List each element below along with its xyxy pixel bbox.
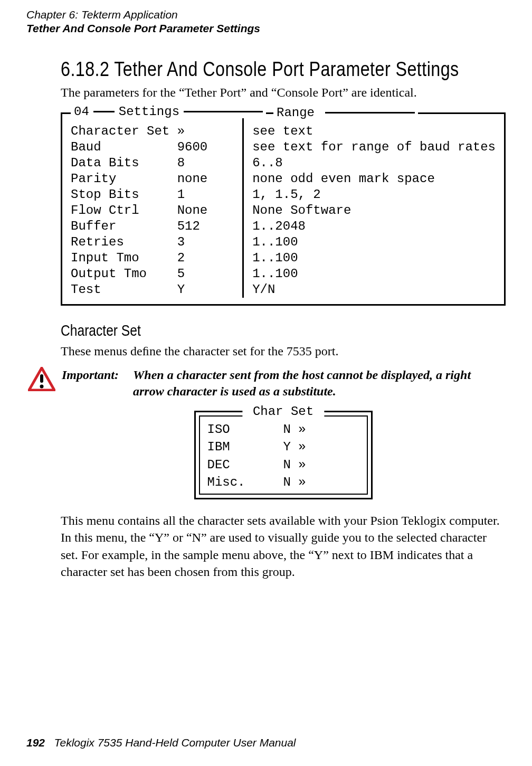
closing-paragraph: This menu contains all the character set… bbox=[61, 512, 506, 581]
page: Chapter 6: Tekterm Application Tether An… bbox=[0, 0, 532, 766]
settings-frame: 04 Settings Range Character Set » Baud 9… bbox=[61, 112, 506, 306]
warning-icon bbox=[28, 367, 55, 391]
footer-text: Teklogix 7535 Hand-Held Computer User Ma… bbox=[54, 736, 296, 749]
header-chapter: Chapter 6: Tekterm Application bbox=[26, 8, 506, 22]
decorative-bar bbox=[325, 112, 415, 114]
charset-heading: Character Set bbox=[61, 321, 425, 339]
page-number: 192 bbox=[26, 736, 45, 749]
svg-point-1 bbox=[40, 385, 44, 389]
content-area: 6.18.2 Tether And Console Port Parameter… bbox=[61, 58, 506, 581]
range-label-text: Range bbox=[277, 106, 315, 120]
settings-columns: Character Set » Baud 9600 Data Bits 8 Pa… bbox=[62, 124, 504, 298]
important-label: Important: bbox=[62, 367, 133, 383]
section-intro: The parameters for the “Tether Port” and… bbox=[61, 84, 506, 101]
svg-rect-0 bbox=[40, 374, 43, 383]
decorative-bar bbox=[184, 111, 263, 112]
header-section: Tether And Console Port Parameter Settin… bbox=[26, 22, 506, 35]
settings-frame-left-label: 04 Settings bbox=[71, 106, 266, 118]
important-text: Important:When a character sent from the… bbox=[62, 367, 492, 400]
section-heading: 6.18.2 Tether And Console Port Parameter… bbox=[61, 58, 439, 81]
charset-frame: Char Set ISO N » IBM Y » DEC N » Misc. N… bbox=[194, 411, 373, 499]
charset-frame-label: Char Set bbox=[242, 404, 324, 419]
charset-rows: ISO N » IBM Y » DEC N » Misc. N » bbox=[204, 420, 363, 493]
settings-frame-range-label: Range bbox=[273, 106, 418, 120]
important-message: When a character sent from the host cann… bbox=[133, 367, 492, 400]
charset-intro: These menus deﬁne the character set for … bbox=[61, 343, 506, 360]
decorative-bar bbox=[93, 111, 115, 112]
page-footer: 192 Teklogix 7535 Hand-Held Computer Use… bbox=[26, 736, 296, 749]
settings-frame-prefix: 04 bbox=[74, 106, 89, 118]
page-header: Chapter 6: Tekterm Application Tether An… bbox=[26, 0, 506, 36]
settings-right-col: see text see text for range of baud rate… bbox=[244, 124, 504, 298]
settings-left-col: Character Set » Baud 9600 Data Bits 8 Pa… bbox=[62, 124, 242, 298]
important-block: Important:When a character sent from the… bbox=[28, 367, 506, 400]
settings-frame-title: Settings bbox=[119, 106, 179, 118]
